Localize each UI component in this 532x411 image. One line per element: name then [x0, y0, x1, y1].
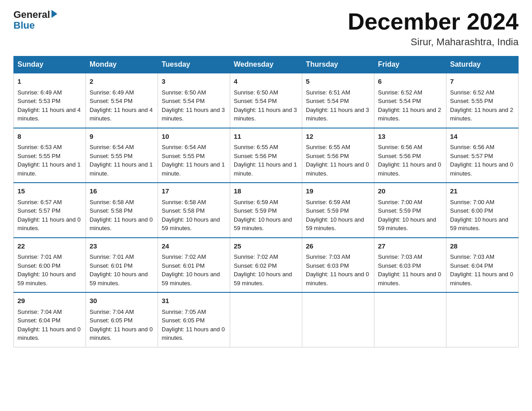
calendar-week-row: 1 Sunrise: 6:49 AM Sunset: 5:53 PM Dayli…	[14, 73, 519, 128]
calendar-cell: 19 Sunrise: 6:59 AM Sunset: 5:59 PM Dayl…	[302, 183, 374, 238]
sunset-info: Sunset: 5:57 PM	[17, 207, 60, 214]
day-number: 18	[234, 186, 298, 197]
column-header-thursday: Thursday	[302, 56, 374, 73]
daylight-info: Daylight: 11 hours and 0 minutes.	[90, 326, 153, 342]
column-header-friday: Friday	[374, 56, 446, 73]
daylight-info: Daylight: 11 hours and 0 minutes.	[306, 271, 369, 287]
sunset-info: Sunset: 5:56 PM	[234, 153, 277, 159]
sunrise-info: Sunrise: 7:03 AM	[378, 253, 422, 260]
calendar-cell: 15 Sunrise: 6:57 AM Sunset: 5:57 PM Dayl…	[14, 183, 86, 238]
sunrise-info: Sunrise: 6:55 AM	[306, 144, 350, 150]
sunset-info: Sunset: 5:59 PM	[378, 207, 421, 214]
daylight-info: Daylight: 11 hours and 0 minutes.	[378, 161, 441, 177]
sunset-info: Sunset: 6:04 PM	[450, 262, 493, 269]
daylight-info: Daylight: 10 hours and 59 minutes.	[234, 271, 292, 287]
title-block: December 2024 Sirur, Maharashtra, India	[348, 9, 519, 48]
day-number: 16	[90, 186, 154, 197]
day-number: 1	[17, 77, 82, 87]
day-number: 11	[234, 132, 298, 142]
day-number: 6	[378, 77, 442, 87]
calendar-cell: 13 Sunrise: 6:56 AM Sunset: 5:56 PM Dayl…	[374, 128, 446, 183]
sunset-info: Sunset: 5:55 PM	[17, 153, 60, 159]
day-number: 30	[90, 296, 154, 306]
month-title: December 2024	[348, 9, 519, 34]
daylight-info: Daylight: 11 hours and 2 minutes.	[378, 107, 441, 122]
calendar-cell: 27 Sunrise: 7:03 AM Sunset: 6:03 PM Dayl…	[374, 238, 446, 293]
sunrise-info: Sunrise: 7:02 AM	[162, 253, 206, 260]
daylight-info: Daylight: 10 hours and 59 minutes.	[234, 216, 292, 232]
calendar-cell	[230, 292, 302, 347]
sunset-info: Sunset: 5:59 PM	[234, 207, 277, 214]
daylight-info: Daylight: 11 hours and 0 minutes.	[90, 216, 153, 232]
sunrise-info: Sunrise: 6:50 AM	[234, 89, 278, 96]
daylight-info: Daylight: 10 hours and 59 minutes.	[17, 271, 76, 287]
calendar-cell: 5 Sunrise: 6:51 AM Sunset: 5:54 PM Dayli…	[302, 73, 374, 128]
sunrise-info: Sunrise: 7:01 AM	[90, 253, 134, 260]
day-number: 4	[234, 77, 298, 87]
sunrise-info: Sunrise: 6:56 AM	[378, 144, 422, 150]
sunset-info: Sunset: 6:01 PM	[162, 262, 205, 269]
day-number: 21	[450, 186, 515, 197]
calendar-cell: 22 Sunrise: 7:01 AM Sunset: 6:00 PM Dayl…	[14, 238, 86, 293]
day-number: 12	[306, 132, 370, 142]
sunrise-info: Sunrise: 7:04 AM	[17, 308, 62, 315]
day-number: 7	[450, 77, 515, 87]
sunset-info: Sunset: 5:54 PM	[234, 98, 277, 104]
sunrise-info: Sunrise: 7:02 AM	[234, 253, 278, 260]
sunrise-info: Sunrise: 6:56 AM	[450, 144, 494, 150]
daylight-info: Daylight: 10 hours and 59 minutes.	[378, 216, 436, 232]
day-number: 29	[17, 296, 82, 306]
daylight-info: Daylight: 11 hours and 1 minute.	[234, 161, 297, 177]
day-number: 13	[378, 132, 442, 142]
daylight-info: Daylight: 11 hours and 1 minute.	[17, 161, 81, 177]
column-header-saturday: Saturday	[446, 56, 519, 73]
calendar-week-row: 15 Sunrise: 6:57 AM Sunset: 5:57 PM Dayl…	[14, 183, 519, 238]
calendar-cell: 20 Sunrise: 7:00 AM Sunset: 5:59 PM Dayl…	[374, 183, 446, 238]
daylight-info: Daylight: 11 hours and 2 minutes.	[450, 107, 513, 122]
daylight-info: Daylight: 11 hours and 1 minute.	[162, 161, 225, 177]
sunset-info: Sunset: 5:56 PM	[378, 153, 421, 159]
sunrise-info: Sunrise: 6:54 AM	[162, 144, 206, 150]
day-number: 28	[450, 241, 515, 252]
sunrise-info: Sunrise: 6:52 AM	[378, 89, 422, 96]
sunset-info: Sunset: 5:53 PM	[17, 98, 60, 104]
column-header-wednesday: Wednesday	[230, 56, 302, 73]
daylight-info: Daylight: 11 hours and 0 minutes.	[378, 271, 441, 287]
sunset-info: Sunset: 5:56 PM	[306, 153, 349, 159]
sunset-info: Sunset: 6:03 PM	[378, 262, 421, 269]
calendar-cell: 29 Sunrise: 7:04 AM Sunset: 6:04 PM Dayl…	[14, 292, 86, 347]
calendar-cell: 8 Sunrise: 6:53 AM Sunset: 5:55 PM Dayli…	[14, 128, 86, 183]
calendar-cell: 3 Sunrise: 6:50 AM Sunset: 5:54 PM Dayli…	[158, 73, 230, 128]
sunset-info: Sunset: 6:03 PM	[306, 262, 349, 269]
calendar-cell: 12 Sunrise: 6:55 AM Sunset: 5:56 PM Dayl…	[302, 128, 374, 183]
location-subtitle: Sirur, Maharashtra, India	[348, 36, 519, 48]
sunrise-info: Sunrise: 6:50 AM	[162, 89, 206, 96]
calendar-week-row: 22 Sunrise: 7:01 AM Sunset: 6:00 PM Dayl…	[14, 238, 519, 293]
calendar-cell: 25 Sunrise: 7:02 AM Sunset: 6:02 PM Dayl…	[230, 238, 302, 293]
sunrise-info: Sunrise: 7:04 AM	[90, 308, 134, 315]
sunset-info: Sunset: 5:58 PM	[162, 207, 205, 214]
sunrise-info: Sunrise: 6:52 AM	[450, 89, 494, 96]
day-number: 27	[378, 241, 442, 252]
sunset-info: Sunset: 5:54 PM	[162, 98, 205, 104]
sunrise-info: Sunrise: 6:49 AM	[90, 89, 134, 96]
logo-blue-text: Blue	[13, 20, 57, 31]
day-number: 8	[17, 132, 82, 142]
sunrise-info: Sunrise: 6:57 AM	[17, 199, 62, 206]
calendar-cell: 18 Sunrise: 6:59 AM Sunset: 5:59 PM Dayl…	[230, 183, 302, 238]
daylight-info: Daylight: 11 hours and 0 minutes.	[162, 326, 225, 342]
calendar-cell: 23 Sunrise: 7:01 AM Sunset: 6:01 PM Dayl…	[86, 238, 158, 293]
sunset-info: Sunset: 5:55 PM	[162, 153, 205, 159]
calendar-cell: 4 Sunrise: 6:50 AM Sunset: 5:54 PM Dayli…	[230, 73, 302, 128]
logo: General Blue	[13, 9, 57, 31]
sunrise-info: Sunrise: 6:51 AM	[306, 89, 350, 96]
sunset-info: Sunset: 6:00 PM	[17, 262, 60, 269]
calendar-week-row: 8 Sunrise: 6:53 AM Sunset: 5:55 PM Dayli…	[14, 128, 519, 183]
sunset-info: Sunset: 5:55 PM	[450, 98, 493, 104]
sunset-info: Sunset: 6:05 PM	[162, 317, 205, 324]
sunrise-info: Sunrise: 6:54 AM	[90, 144, 134, 150]
calendar-cell: 28 Sunrise: 7:03 AM Sunset: 6:04 PM Dayl…	[446, 238, 519, 293]
calendar-cell: 26 Sunrise: 7:03 AM Sunset: 6:03 PM Dayl…	[302, 238, 374, 293]
calendar-cell: 9 Sunrise: 6:54 AM Sunset: 5:55 PM Dayli…	[86, 128, 158, 183]
sunset-info: Sunset: 5:54 PM	[378, 98, 421, 104]
